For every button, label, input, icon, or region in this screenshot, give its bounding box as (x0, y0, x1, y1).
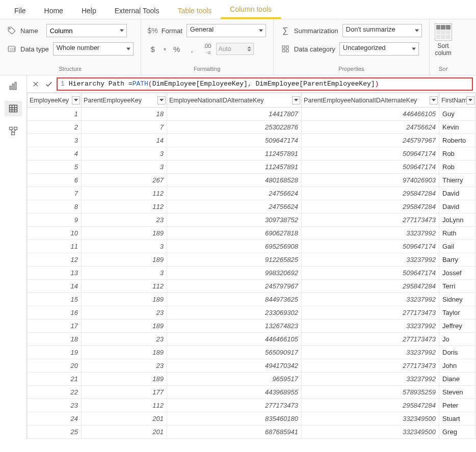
cell[interactable]: 112 (82, 399, 167, 412)
cell[interactable]: David (439, 187, 476, 200)
cell[interactable]: 277173473 (302, 333, 439, 346)
cell[interactable]: 295847284 (302, 187, 439, 200)
menu-tab-home[interactable]: Home (35, 2, 72, 19)
cell[interactable]: 565090917 (167, 346, 302, 359)
table-row[interactable]: 113695256908509647174Gail (28, 240, 476, 253)
table-row[interactable]: 6267480168528974026903Thierry (28, 174, 476, 187)
spinner-up-icon[interactable] (247, 46, 251, 48)
cell[interactable]: 687685941 (167, 426, 302, 439)
table-row[interactable]: 1823446466105277173473Jo (28, 333, 476, 346)
cell[interactable]: 189 (82, 293, 167, 306)
cell[interactable]: 23 (82, 333, 167, 346)
cell[interactable]: 7 (28, 187, 82, 200)
cell[interactable]: Peter (439, 399, 476, 412)
cell[interactable]: 332349500 (302, 412, 439, 426)
cell[interactable]: 11 (28, 240, 82, 253)
table-row[interactable]: 53112457891509647174Rob (28, 161, 476, 174)
cell[interactable]: 8 (28, 200, 82, 214)
cell[interactable]: 12 (28, 253, 82, 267)
cell[interactable]: Doris (439, 346, 476, 359)
cell[interactable]: 18 (28, 333, 82, 346)
cell[interactable]: 112 (82, 280, 167, 293)
cell[interactable]: 509647174 (302, 240, 439, 253)
table-row[interactable]: 1918956509091733237992Doris (28, 346, 476, 359)
column-header[interactable]: EmployeeNationalIDAlternateKey (167, 93, 302, 108)
cell[interactable]: 494170342 (167, 359, 302, 373)
cell[interactable]: 509647174 (302, 147, 439, 161)
formula-commit-button[interactable] (43, 78, 55, 90)
cell[interactable]: 267 (82, 174, 167, 187)
column-filter-button[interactable] (466, 96, 474, 104)
cell[interactable]: 690627818 (167, 227, 302, 240)
menu-tab-help[interactable]: Help (72, 2, 105, 19)
table-row[interactable]: 43112457891509647174Rob (28, 147, 476, 161)
cell[interactable]: 253022876 (167, 121, 302, 134)
cell[interactable]: 480168528 (167, 174, 302, 187)
cell[interactable]: 33237992 (302, 373, 439, 386)
report-view-button[interactable] (5, 78, 22, 94)
cell[interactable]: Sidney (439, 293, 476, 306)
cell[interactable]: 245797967 (167, 280, 302, 293)
menu-tab-file[interactable]: File (5, 2, 35, 19)
cell[interactable]: Gail (439, 240, 476, 253)
cell[interactable]: 3 (82, 240, 167, 253)
column-filter-button[interactable] (72, 96, 80, 104)
cell[interactable]: 446466105 (302, 108, 439, 121)
data-view-button[interactable] (5, 101, 22, 116)
formula-cancel-button[interactable] (30, 78, 41, 90)
menu-tab-external-tools[interactable]: External Tools (105, 2, 169, 19)
cell[interactable]: 24756624 (167, 200, 302, 214)
cell[interactable]: 998320692 (167, 267, 302, 280)
cell[interactable]: 233069302 (167, 306, 302, 320)
currency-dropdown-icon[interactable]: ▾ (164, 46, 166, 52)
cell[interactable]: 1 (28, 108, 82, 121)
sort-icon[interactable] (435, 23, 452, 41)
table-row[interactable]: 23112277173473295847284Peter (28, 399, 476, 412)
cell[interactable]: 277173473 (167, 399, 302, 412)
thousands-button[interactable]: , (188, 45, 197, 54)
cell[interactable]: 443968955 (167, 386, 302, 399)
cell[interactable]: Steven (439, 386, 476, 399)
cell[interactable]: 189 (82, 320, 167, 333)
cell[interactable]: Diane (439, 373, 476, 386)
cell[interactable]: 18 (82, 108, 167, 121)
cell[interactable]: 10 (28, 227, 82, 240)
cell[interactable]: 33237992 (302, 346, 439, 359)
cell[interactable]: 20 (28, 359, 82, 373)
table-row[interactable]: 923309738752277173473JoLynn (28, 214, 476, 227)
cell[interactable]: 3 (82, 147, 167, 161)
percent-button[interactable]: % (172, 45, 181, 54)
cell[interactable]: 33237992 (302, 320, 439, 333)
column-header[interactable]: ParentEmployeeKey (82, 93, 167, 108)
cell[interactable]: 22 (28, 386, 82, 399)
cell[interactable]: 245797967 (302, 134, 439, 147)
cell[interactable]: 309738752 (167, 214, 302, 227)
column-filter-button[interactable] (430, 96, 438, 104)
cell[interactable]: JoLynn (439, 214, 476, 227)
cell[interactable]: 509647174 (167, 134, 302, 147)
name-input[interactable] (46, 24, 127, 37)
table-row[interactable]: 314509647174245797967Roberto (28, 134, 476, 147)
cell[interactable]: 112457891 (167, 161, 302, 174)
cell[interactable]: 7 (82, 121, 167, 134)
cell[interactable]: 835460180 (167, 412, 302, 426)
formula-input[interactable]: 1 Hierarchy Path = PATH(DimEmployee[Empl… (57, 77, 473, 91)
cell[interactable]: 201 (82, 412, 167, 426)
table-row[interactable]: 1623233069302277173473Taylor (28, 306, 476, 320)
cell[interactable]: 14 (28, 280, 82, 293)
cell[interactable]: 9659517 (167, 373, 302, 386)
cell[interactable]: 332349500 (302, 426, 439, 439)
cell[interactable]: 15 (28, 293, 82, 306)
table-row[interactable]: 24201835460180332349500Stuart (28, 412, 476, 426)
decimal-button[interactable]: .00→0 (203, 43, 212, 55)
cell[interactable]: 33237992 (302, 227, 439, 240)
column-filter-button[interactable] (292, 96, 300, 104)
cell[interactable]: 189 (82, 253, 167, 267)
cell[interactable]: 277173473 (302, 306, 439, 320)
cell[interactable]: 112 (82, 187, 167, 200)
table-row[interactable]: 1718913267482333237992Jeffrey (28, 320, 476, 333)
cell[interactable]: 112457891 (167, 147, 302, 161)
cell[interactable]: 16 (28, 306, 82, 320)
table-row[interactable]: 711224756624295847284David (28, 187, 476, 200)
column-header[interactable]: EmployeeKey (28, 93, 82, 108)
